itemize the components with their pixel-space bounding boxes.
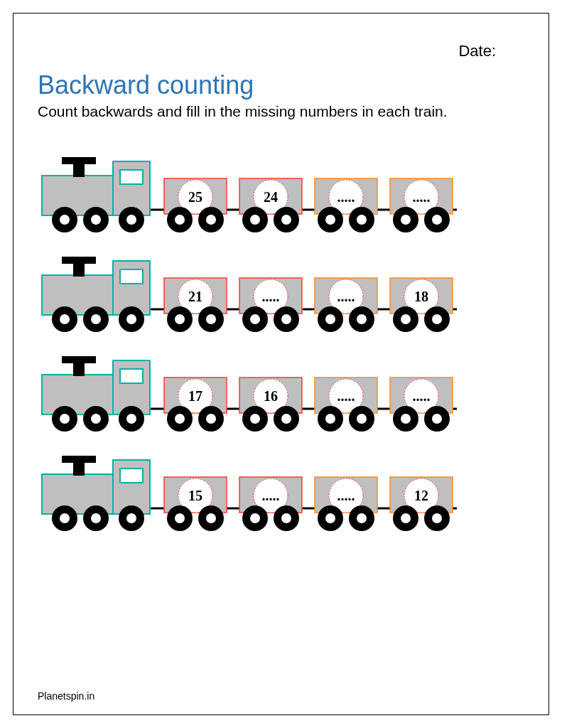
- svg-rect-75: [120, 369, 143, 383]
- date-label: Date:: [38, 42, 524, 60]
- svg-point-107: [432, 414, 442, 424]
- number-slot[interactable]: 24: [264, 189, 278, 205]
- train-car: .....: [315, 378, 377, 432]
- number-slot[interactable]: 18: [414, 289, 428, 304]
- svg-point-101: [357, 414, 367, 424]
- train-icon: 15 ..... .....: [38, 453, 492, 531]
- svg-point-79: [60, 414, 70, 424]
- engine-icon: [42, 257, 150, 332]
- train-car: 16: [239, 378, 302, 432]
- svg-point-63: [325, 314, 335, 324]
- train-car: .....: [315, 477, 377, 531]
- svg-point-81: [91, 414, 101, 424]
- svg-point-87: [175, 414, 185, 424]
- train-car: 12: [390, 477, 453, 531]
- train-icon: 25 24: [38, 154, 492, 232]
- svg-point-115: [60, 513, 70, 523]
- svg-point-21: [250, 215, 260, 225]
- train-row: 21 ..... .....: [38, 254, 524, 332]
- number-slot[interactable]: .....: [262, 488, 280, 503]
- svg-point-47: [126, 314, 136, 324]
- svg-point-69: [401, 314, 411, 324]
- train-icon: 21 ..... .....: [38, 254, 492, 332]
- svg-point-71: [432, 314, 442, 324]
- number-slot[interactable]: .....: [337, 488, 355, 503]
- svg-point-17: [206, 215, 216, 225]
- svg-point-143: [432, 513, 442, 523]
- number-slot[interactable]: 21: [188, 289, 202, 304]
- number-slot[interactable]: .....: [337, 388, 355, 404]
- number-slot[interactable]: 15: [188, 488, 202, 503]
- svg-point-29: [357, 215, 367, 225]
- number-slot[interactable]: .....: [337, 289, 355, 304]
- svg-point-35: [432, 215, 442, 225]
- svg-point-7: [60, 215, 70, 225]
- number-slot[interactable]: 12: [414, 488, 428, 503]
- svg-point-99: [325, 414, 335, 424]
- instructions: Count backwards and fill in the missing …: [38, 103, 524, 120]
- svg-point-119: [126, 513, 136, 523]
- svg-rect-3: [120, 170, 143, 184]
- svg-point-9: [91, 215, 101, 225]
- number-slot[interactable]: 17: [188, 388, 202, 404]
- svg-point-43: [60, 314, 70, 324]
- number-slot[interactable]: .....: [337, 189, 355, 205]
- svg-point-137: [357, 513, 367, 523]
- svg-point-117: [91, 513, 101, 523]
- number-slot[interactable]: .....: [413, 189, 431, 205]
- trains-container: 25 24: [38, 154, 524, 531]
- train-car: .....: [239, 278, 302, 332]
- svg-rect-77: [62, 356, 96, 363]
- page: Date: Backward counting Count backwards …: [0, 0, 562, 728]
- number-slot[interactable]: .....: [262, 289, 280, 304]
- engine-icon: [42, 356, 150, 432]
- svg-point-141: [401, 513, 411, 523]
- engine-icon: [42, 456, 150, 531]
- train-car: 18: [390, 278, 453, 332]
- svg-point-51: [175, 314, 185, 324]
- svg-rect-113: [62, 456, 96, 463]
- engine-icon: [42, 157, 150, 232]
- svg-rect-39: [120, 269, 143, 284]
- svg-point-129: [250, 513, 260, 523]
- train-car: .....: [390, 178, 453, 232]
- footer-credit: Planetspin.in: [38, 690, 94, 702]
- svg-point-89: [206, 414, 216, 424]
- svg-point-27: [325, 215, 335, 225]
- svg-point-65: [357, 314, 367, 324]
- worksheet-frame: Date: Backward counting Count backwards …: [13, 13, 549, 715]
- train-row: 25 24: [38, 154, 524, 232]
- svg-point-131: [281, 513, 291, 523]
- train-row: 15 ..... .....: [38, 453, 524, 531]
- number-slot[interactable]: .....: [413, 388, 431, 404]
- train-car: .....: [390, 378, 453, 432]
- number-slot[interactable]: 16: [264, 388, 278, 404]
- svg-point-83: [126, 414, 136, 424]
- svg-point-59: [281, 314, 291, 324]
- svg-rect-41: [62, 257, 96, 264]
- svg-point-57: [250, 314, 260, 324]
- svg-point-93: [250, 414, 260, 424]
- svg-point-11: [126, 215, 136, 225]
- worksheet-title: Backward counting: [38, 70, 524, 100]
- svg-point-125: [206, 513, 216, 523]
- svg-point-135: [325, 513, 335, 523]
- train-row: 17 16 .....: [38, 353, 524, 432]
- svg-point-15: [175, 215, 185, 225]
- svg-point-123: [175, 513, 185, 523]
- svg-point-105: [401, 414, 411, 424]
- train-car: 15: [164, 477, 227, 531]
- train-car: 25: [164, 178, 227, 232]
- svg-point-95: [281, 414, 291, 424]
- train-car: 24: [239, 178, 302, 232]
- train-car: .....: [315, 278, 377, 332]
- train-car: .....: [315, 178, 377, 232]
- number-slot[interactable]: 25: [188, 189, 202, 205]
- svg-rect-111: [120, 469, 143, 483]
- train-car: .....: [239, 477, 302, 531]
- svg-point-23: [281, 215, 291, 225]
- svg-point-45: [91, 314, 101, 324]
- svg-point-33: [401, 215, 411, 225]
- train-car: 21: [164, 278, 227, 332]
- train-icon: 17 16 .....: [38, 353, 492, 432]
